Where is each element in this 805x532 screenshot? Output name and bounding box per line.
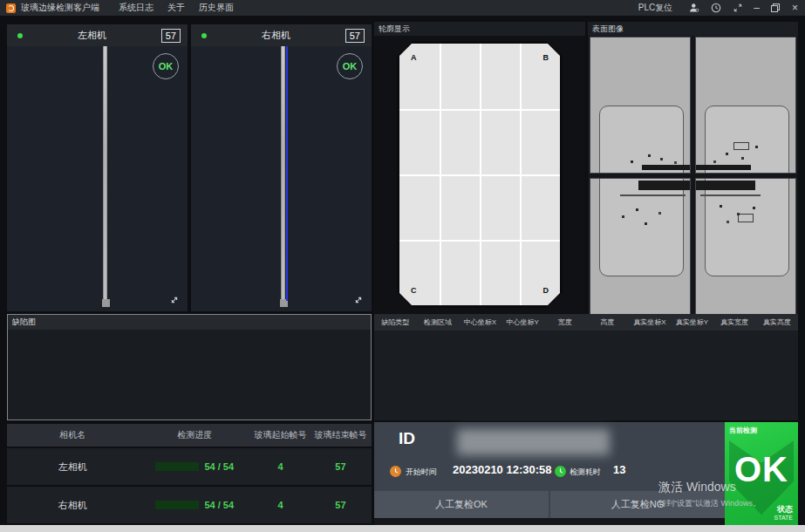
print-marks (726, 153, 728, 155)
minimize-button[interactable]: – (754, 3, 760, 14)
clock-icon[interactable] (710, 3, 721, 14)
status-box-footer: 状态 STATE (774, 506, 793, 522)
right-camera-status-badge: OK (337, 53, 363, 79)
glass-edge-strip (103, 46, 107, 299)
surface-image-panel: 表面图像 (588, 22, 798, 318)
manual-recheck-ok-button[interactable]: 人工复检OK (374, 491, 549, 518)
col-real-y: 真实坐标Y (671, 317, 713, 327)
print-marks (733, 142, 749, 150)
id-label: ID (399, 429, 415, 448)
surface-panel-title: 表面图像 (588, 22, 798, 36)
right-camera-header: 右相机 57 (191, 24, 372, 46)
status-footer-en: STATE (774, 515, 793, 522)
edge-detection-line (286, 46, 288, 301)
left-camera-header: 左相机 57 (7, 24, 188, 46)
start-time-label: 开始时间 (406, 467, 437, 478)
app-window: 玻璃边缘检测客户端 系统日志 关于 历史界面 PLC复位 – × (0, 0, 805, 532)
start-time-value: 20230210 12:30:58 (453, 463, 552, 476)
col-real-width: 真实宽度 (713, 317, 756, 327)
surface-image-bottom-right (695, 178, 796, 315)
menu-about[interactable]: 关于 (167, 2, 185, 14)
grid-line (399, 174, 560, 176)
plc-reset-button[interactable]: PLC复位 (638, 2, 672, 14)
glass-region (705, 178, 789, 276)
expand-icon[interactable] (168, 294, 181, 306)
window-bottom-edge (0, 525, 805, 532)
surface-image-bottom-left (590, 178, 691, 315)
progress-table-header: 相机名 检测进度 玻璃起始帧号 玻璃结束帧号 (7, 424, 372, 447)
result-panel: ID 开始时间 20230210 12:30:58 检测耗时 13 人工复检OK… (374, 422, 798, 525)
id-value-redacted (457, 429, 610, 455)
print-marks (720, 205, 722, 208)
glass-region (599, 106, 684, 174)
defect-image-panel: 缺陷图 (7, 314, 372, 420)
status-footer-cn: 状态 (774, 506, 793, 515)
grid-line (399, 109, 560, 111)
menu-system-log[interactable]: 系统日志 (119, 2, 153, 14)
left-camera-panel: 左相机 57 OK (7, 24, 188, 311)
progress-text: 54 / 54 (204, 461, 234, 472)
end-frame-value: 57 (310, 461, 372, 472)
print-band (695, 181, 755, 190)
corner-label-b: B (543, 53, 549, 62)
col-camera-name: 相机名 (7, 429, 138, 441)
resize-small-icon[interactable] (732, 3, 743, 14)
right-camera-frame-count: 57 (345, 29, 365, 43)
defect-table: 缺陷类型 检测区域 中心坐标X 中心坐标Y 宽度 高度 真实坐标X 真实坐标Y … (374, 314, 798, 420)
print-line (700, 194, 761, 196)
right-camera-panel: 右相机 57 OK (191, 24, 372, 311)
print-marks (636, 208, 638, 211)
print-band (642, 165, 691, 170)
col-start-frame: 玻璃起始帧号 (251, 429, 310, 441)
app-logo-icon (6, 3, 16, 13)
expand-icon[interactable] (352, 294, 365, 306)
table-row: 右相机 54 / 54 4 57 (7, 487, 372, 523)
current-result-status-box: 当前检测 OK 状态 STATE (725, 422, 798, 525)
col-center-x: 中心坐标X (459, 317, 501, 327)
left-camera-frame-count: 57 (161, 29, 181, 43)
duration-label: 检测耗时 (570, 467, 601, 478)
progress-bar (155, 462, 199, 471)
surface-image-grid (590, 37, 796, 315)
camera-name: 右相机 (7, 499, 138, 512)
glass-contour: A B C D (399, 44, 560, 305)
corner-label-c: C (411, 286, 417, 295)
right-camera-title: 右相机 (207, 29, 345, 42)
left-camera-view: OK (7, 46, 188, 311)
col-progress: 检测进度 (138, 429, 251, 441)
user-icon[interactable] (688, 3, 699, 14)
print-band (695, 165, 751, 170)
progress-bar (155, 501, 199, 509)
divider (374, 518, 725, 525)
col-width: 宽度 (543, 317, 586, 327)
left-camera-title: 左相机 (23, 29, 161, 42)
close-button[interactable]: × (792, 3, 798, 14)
contour-display-panel: 轮廓显示 A B C D (374, 22, 585, 313)
right-camera-view: OK (191, 46, 372, 311)
restore-button[interactable] (770, 3, 781, 14)
corner-label-d: D (543, 286, 549, 295)
menu-history[interactable]: 历史界面 (199, 2, 234, 14)
left-camera-status-badge: OK (153, 53, 179, 79)
col-real-x: 真实坐标X (629, 317, 672, 327)
col-end-frame: 玻璃结束帧号 (310, 429, 372, 441)
glass-region (705, 106, 789, 174)
status-box-header: 当前检测 (729, 426, 757, 435)
manual-recheck-ng-button[interactable]: 人工复检NG (550, 491, 725, 518)
duration-value: 13 (613, 463, 625, 476)
app-title: 玻璃边缘检测客户端 (21, 2, 99, 14)
print-marks (648, 154, 651, 157)
end-frame-value: 57 (310, 500, 372, 510)
contour-panel-title: 轮廓显示 (374, 22, 585, 36)
status-value: OK (725, 450, 798, 489)
print-marks (738, 214, 754, 222)
col-real-height: 真实高度 (755, 317, 798, 327)
start-frame-value: 4 (251, 461, 310, 472)
table-row: 左相机 54 / 54 4 57 (7, 448, 372, 485)
glass-contour-outline: A B C D (397, 41, 563, 308)
print-band (638, 181, 691, 190)
col-center-y: 中心坐标Y (501, 317, 544, 327)
surface-image-top-right (695, 37, 796, 174)
col-height: 高度 (586, 317, 629, 327)
surface-image-top-left (590, 37, 691, 174)
